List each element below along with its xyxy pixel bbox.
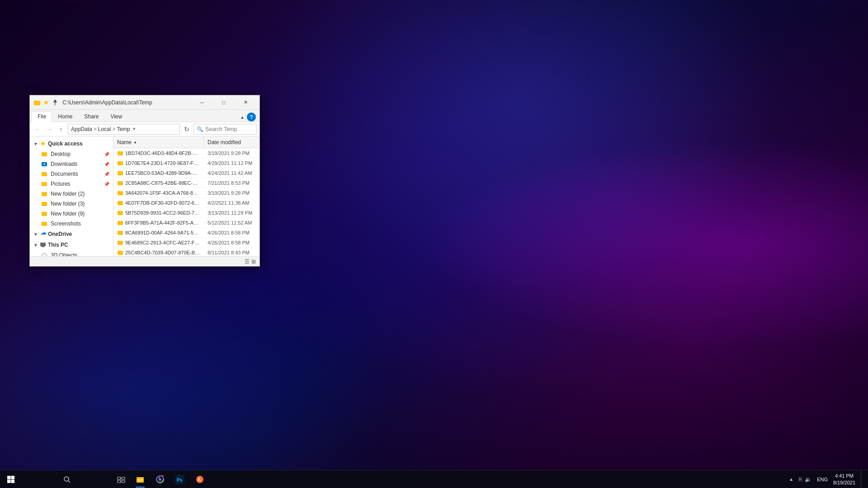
network-icon[interactable]: ⎘ — [799, 476, 802, 483]
help-button[interactable]: ? — [247, 113, 256, 122]
volume-icon[interactable]: 🔉 — [805, 476, 811, 483]
table-row[interactable]: 6FF3F9B5-A71A-442F-82F5-A545D1CFAA... 5/… — [113, 218, 259, 228]
tab-file[interactable]: File — [32, 111, 52, 122]
maximize-button[interactable]: □ — [213, 95, 234, 110]
sidebar-item-pictures[interactable]: Pictures 📌 — [30, 179, 113, 189]
sidebar-item-3dobjects[interactable]: 3D Objects — [30, 250, 113, 256]
svg-rect-68 — [118, 480, 121, 483]
sidebar-item-newfolder9[interactable]: New folder (9) — [30, 209, 113, 219]
windows-logo-icon — [7, 475, 15, 483]
explorer-body: ▼ Quick access Desktop 📌 — [30, 136, 259, 256]
table-row[interactable]: 3A642074-1F5F-43CA-A768-8D4D9193B870 3/1… — [113, 188, 259, 198]
svg-rect-17 — [42, 212, 44, 213]
quick-access-icon — [42, 99, 50, 106]
tab-share[interactable]: Share — [78, 111, 104, 122]
show-desktop-button[interactable] — [861, 470, 864, 488]
desktop-pin-icon: 📌 — [104, 152, 109, 157]
taskbar-app-explorer[interactable] — [130, 470, 150, 488]
search-icon: 🔍 — [197, 126, 203, 132]
quick-access-star-icon — [40, 141, 46, 147]
close-button[interactable]: ✕ — [235, 95, 256, 110]
table-row[interactable]: 1D70E7E4-23D1-4720-9E87-F8A5C8A382D0 4/2… — [113, 158, 259, 168]
svg-rect-1 — [34, 101, 37, 102]
svg-rect-11 — [42, 182, 44, 183]
search-input[interactable] — [205, 126, 254, 132]
refresh-button[interactable]: ↻ — [182, 124, 192, 134]
3dobjects-icon — [41, 252, 48, 256]
file-row-date: 8/11/2021 8:43 PM — [204, 250, 259, 255]
minimize-button[interactable]: ─ — [192, 95, 212, 110]
table-row[interactable]: 25C4BC4D-7039-4D07-870E-BD3432493A85 8/1… — [113, 248, 259, 256]
svg-rect-66 — [118, 477, 121, 479]
file-row-name: 2C85A88C-C875-42BE-88EC-354B67A2D6... — [113, 180, 204, 186]
table-row[interactable]: 5B75D939-9931-4CC2-96ED-7C84D6FA5841 3/1… — [113, 208, 259, 218]
sidebar-pictures-label: Pictures — [51, 181, 70, 187]
sidebar-item-documents[interactable]: Documents 📌 — [30, 169, 113, 179]
table-row[interactable]: 9E4689C2-2913-4CFC-AE27-F8B1FC87B9... 4/… — [113, 238, 259, 248]
svg-rect-9 — [42, 172, 44, 173]
sidebar-item-desktop[interactable]: Desktop 📌 — [30, 149, 113, 159]
folder-icon — [117, 150, 123, 156]
taskbar-app-chrome[interactable] — [150, 470, 170, 488]
view-tiles-icon[interactable]: ⊞ — [251, 258, 256, 265]
sidebar-item-newfolder3[interactable]: New folder (3) — [30, 199, 113, 209]
taskbar-app-4[interactable]: A — [190, 470, 210, 488]
back-button[interactable]: ← — [33, 124, 42, 134]
sidebar-item-screenshots[interactable]: Screenshots — [30, 219, 113, 229]
sidebar-item-downloads-quick[interactable]: Downloads 📌 — [30, 159, 113, 169]
svg-text:A: A — [198, 477, 201, 482]
taskbar-search[interactable] — [22, 470, 112, 488]
breadcrumb-temp[interactable]: Temp — [117, 126, 130, 132]
folder-icon — [117, 180, 123, 186]
table-row[interactable]: 2C85A88C-C875-42BE-88EC-354B67A2D6... 7/… — [113, 178, 259, 188]
forward-button[interactable]: → — [44, 124, 54, 134]
file-row-date: 4/26/2021 8:58 PM — [204, 240, 259, 245]
quick-access-header[interactable]: ▼ Quick access — [30, 138, 113, 149]
downloads-pin-icon: 📌 — [104, 162, 109, 167]
thispc-expand-icon: ▼ — [33, 243, 38, 248]
svg-rect-60 — [7, 476, 11, 479]
svg-rect-71 — [137, 477, 140, 479]
svg-rect-61 — [11, 476, 15, 479]
taskbar-taskview[interactable] — [112, 470, 130, 488]
file-row-name: 1EE75BC0-53AD-4289-9D9A-FD558A5BA... — [113, 170, 204, 176]
pin-icon[interactable] — [52, 99, 59, 106]
col-date-header[interactable]: Date modified — [204, 136, 259, 148]
svg-rect-72 — [137, 479, 143, 479]
table-row[interactable]: 1EE75BC0-53AD-4289-9D9A-FD558A5BA... 4/2… — [113, 168, 259, 178]
tab-home[interactable]: Home — [52, 111, 78, 122]
taskbar-app-photoshop[interactable]: Ps — [170, 470, 190, 488]
svg-rect-33 — [118, 181, 120, 182]
svg-rect-63 — [11, 479, 15, 483]
newfolder2-icon — [41, 190, 48, 197]
ribbon-collapse-icon[interactable]: ▲ — [238, 113, 247, 122]
table-row[interactable]: 4E07F7DB-DF30-42FD-9072-65D6C5B81ED8 4/2… — [113, 198, 259, 208]
start-button[interactable] — [0, 470, 22, 488]
folder-icon — [117, 210, 123, 216]
onedrive-header[interactable]: ▼ OneDrive — [30, 229, 113, 239]
file-row-name: 6FF3F9B5-A71A-442F-82F5-A545D1CFAA... — [113, 220, 204, 226]
breadcrumb-local[interactable]: Local — [98, 126, 111, 132]
svg-rect-7 — [42, 162, 44, 163]
col-name-header[interactable]: Name ▲ — [113, 136, 204, 148]
status-bar: ☰ ⊞ — [30, 256, 259, 266]
file-list: Name ▲ Date modified Type — [113, 136, 259, 256]
up-button[interactable]: ↑ — [56, 124, 66, 134]
file-explorer-icon — [136, 475, 145, 484]
sidebar-item-newfolder2[interactable]: New folder (2) — [30, 189, 113, 199]
table-row[interactable]: 8CA6991D-00AF-4264-9A71-513342013216 4/2… — [113, 228, 259, 238]
language-indicator[interactable]: ENG — [817, 477, 828, 482]
address-breadcrumb[interactable]: AppData > Local > Temp ▼ — [68, 124, 180, 135]
breadcrumb-appdata[interactable]: AppData — [71, 126, 92, 132]
svg-rect-35 — [118, 191, 120, 192]
view-details-icon[interactable]: ☰ — [245, 258, 250, 265]
file-list-header: Name ▲ Date modified Type — [113, 136, 259, 148]
thispc-header[interactable]: ▼ This PC — [30, 239, 113, 250]
file-row-name: 5B75D939-9931-4CC2-96ED-7C84D6FA5841 — [113, 210, 204, 216]
table-row[interactable]: 1BD74D3C-46D3-48D4-8F2B-2E71489CF1... 3/… — [113, 148, 259, 158]
tab-view[interactable]: View — [104, 111, 128, 122]
svg-rect-62 — [7, 479, 11, 483]
taskbar-clock[interactable]: 4:41 PM 8/19/2021 — [830, 473, 859, 486]
downloads-quick-icon — [41, 160, 48, 168]
systray-expand-icon[interactable]: ▲ — [789, 477, 793, 482]
